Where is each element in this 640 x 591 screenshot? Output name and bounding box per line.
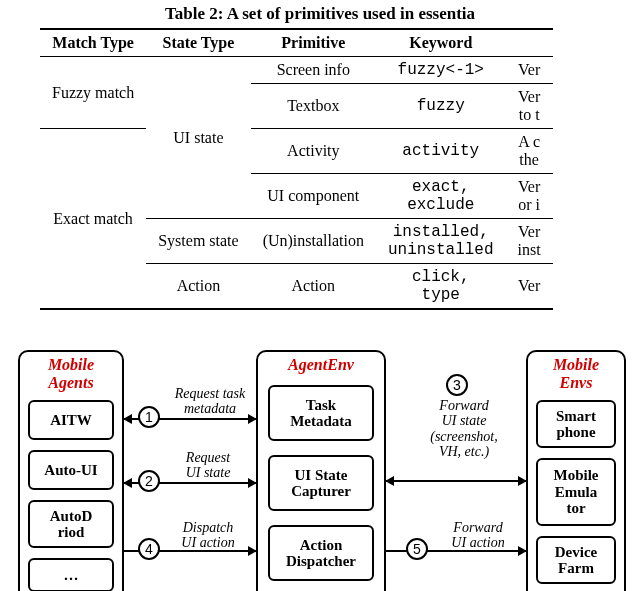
circle-5: 5 [406, 538, 428, 560]
cell-kw: installed,uninstalled [376, 219, 506, 264]
cell-desc: Veror i [506, 174, 553, 219]
circle-2: 2 [138, 470, 160, 492]
circle-1: 1 [138, 406, 160, 428]
cell-prim: Textbox [251, 84, 376, 129]
cell-prim: Action [251, 264, 376, 310]
cell-prim: Screen info [251, 57, 376, 84]
cell-kw: fuzzy<-1> [376, 57, 506, 84]
mobile-envs-title: MobileEnvs [528, 352, 624, 391]
label-1: Request taskmetadata [162, 386, 258, 417]
th-state-type: State Type [146, 29, 250, 57]
agent-aitw: AITW [28, 400, 114, 440]
label-3: ForwardUI state(screenshot,VH, etc.) [414, 398, 514, 460]
circle-3: 3 [446, 374, 468, 396]
cell-kw: fuzzy [376, 84, 506, 129]
agentenv-title: AgentEnv [258, 352, 384, 374]
task-metadata: TaskMetadata [268, 385, 374, 441]
cell-mt-exact: Exact match [40, 129, 146, 310]
th-primitive: Primitive [251, 29, 376, 57]
cell-kw: exact,exclude [376, 174, 506, 219]
cell-desc: Verto t [506, 84, 553, 129]
cell-desc: Ver [506, 264, 553, 310]
table-caption: Table 2: A set of primitives used in ess… [0, 4, 640, 24]
cell-st-action: Action [146, 264, 250, 310]
agent-auto-ui: Auto-UI [28, 450, 114, 490]
cell-prim: (Un)installation [251, 219, 376, 264]
env-smartphone: Smartphone [536, 400, 616, 448]
cell-st-ui: UI state [146, 57, 250, 219]
primitives-table: Match Type State Type Primitive Keyword … [40, 28, 553, 310]
arrow-3 [386, 480, 526, 482]
cell-desc: Ver [506, 57, 553, 84]
cell-prim: UI component [251, 174, 376, 219]
cell-st-sys: System state [146, 219, 250, 264]
th-desc [506, 29, 553, 57]
agent-autodroid: AutoDriod [28, 500, 114, 548]
cell-desc: A cthe [506, 129, 553, 174]
env-emulator: MobileEmulator [536, 458, 616, 526]
cell-kw: activity [376, 129, 506, 174]
agent-more: … [28, 558, 114, 591]
label-2: RequestUI state [168, 450, 248, 481]
label-5: ForwardUI action [438, 520, 518, 551]
label-4: DispatchUI action [168, 520, 248, 551]
mobile-agents-title: MobileAgents [20, 352, 122, 391]
action-dispatcher: ActionDispatcher [268, 525, 374, 581]
cell-kw: click,type [376, 264, 506, 310]
cell-desc: Verinst [506, 219, 553, 264]
ui-state-capturer: UI StateCapturer [268, 455, 374, 511]
cell-prim: Activity [251, 129, 376, 174]
cell-mt-fuzzy: Fuzzy match [40, 57, 146, 129]
circle-4: 4 [138, 538, 160, 560]
architecture-figure: MobileAgents AITW Auto-UI AutoDriod … Ag… [18, 350, 638, 591]
env-device-farm: DeviceFarm [536, 536, 616, 584]
th-match-type: Match Type [40, 29, 146, 57]
th-keyword: Keyword [376, 29, 506, 57]
